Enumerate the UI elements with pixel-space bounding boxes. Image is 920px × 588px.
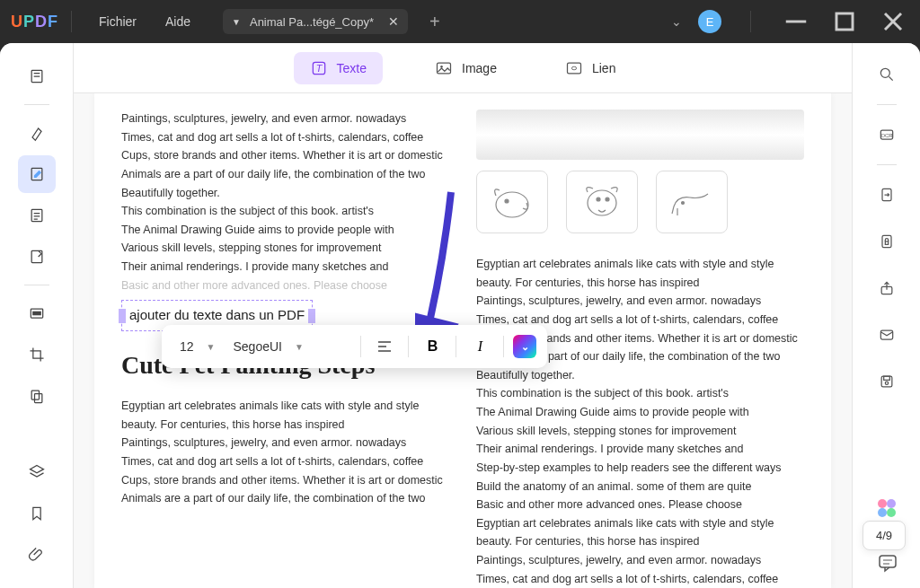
protect-icon[interactable] — [870, 224, 904, 259]
attachment-icon[interactable] — [18, 536, 56, 574]
image-mode-button[interactable]: Image — [419, 52, 513, 84]
svg-rect-14 — [32, 312, 40, 314]
svg-line-32 — [889, 77, 892, 81]
svg-point-23 — [505, 199, 509, 203]
email-icon[interactable] — [870, 318, 904, 352]
svg-point-25 — [597, 197, 600, 201]
share-icon[interactable] — [870, 271, 904, 305]
svg-rect-21 — [567, 63, 580, 74]
edit-text-tool-icon[interactable] — [18, 155, 56, 193]
document-tab[interactable]: ▼ Animal Pa...tégé_Copy* ✕ — [223, 9, 408, 34]
tab-title: Animal Pa...tégé_Copy* — [250, 15, 374, 29]
chevron-down-icon: ▼ — [295, 342, 304, 352]
redact-tool-icon[interactable] — [18, 294, 56, 332]
menu-help[interactable]: Aide — [151, 9, 205, 34]
svg-point-22 — [496, 192, 528, 217]
text-icon: T — [310, 59, 328, 77]
tab-dropdown-icon[interactable]: ▼ — [232, 17, 241, 27]
svg-text:T: T — [315, 63, 323, 74]
svg-point-42 — [885, 382, 888, 384]
layers-icon[interactable] — [18, 453, 56, 491]
svg-point-31 — [880, 68, 889, 77]
svg-rect-19 — [438, 63, 451, 74]
svg-point-46 — [887, 508, 896, 517]
brand-flower-icon[interactable] — [875, 496, 898, 520]
svg-rect-47 — [880, 556, 896, 567]
svg-point-26 — [606, 197, 609, 201]
image-icon — [435, 59, 453, 77]
app-logo: UPDF — [11, 13, 58, 31]
sketch-row — [476, 171, 804, 233]
dog-sketch-1 — [476, 171, 548, 233]
chevron-down-icon: ▼ — [207, 342, 216, 352]
svg-point-43 — [878, 499, 887, 508]
text-format-toolbar: 12▼ SegoeUI▼ B I — [162, 325, 547, 368]
tab-close-icon[interactable]: ✕ — [388, 14, 399, 29]
bookmark-icon[interactable] — [18, 495, 56, 532]
titlebar: UPDF Fichier Aide ▼ Animal Pa...tégé_Cop… — [0, 0, 920, 43]
edit-topbar: T Texte Image Lien — [74, 43, 852, 93]
minimize-button[interactable] — [780, 8, 812, 35]
chevron-down-icon[interactable]: ⌄ — [671, 14, 682, 29]
page-indicator[interactable]: 4/9 — [862, 521, 906, 550]
crop-tool-icon[interactable] — [18, 336, 56, 373]
dog-sketch-3 — [656, 171, 728, 233]
convert-icon[interactable] — [870, 178, 904, 212]
ocr-icon[interactable]: OCR — [870, 118, 904, 152]
link-mode-button[interactable]: Lien — [549, 52, 632, 84]
svg-rect-15 — [31, 391, 39, 399]
italic-button[interactable]: I — [465, 332, 494, 361]
right-sidebar: OCR 4/9 — [852, 43, 920, 588]
close-button[interactable] — [877, 8, 909, 35]
search-icon[interactable] — [870, 57, 904, 92]
svg-rect-16 — [34, 394, 41, 403]
svg-point-44 — [887, 499, 896, 508]
svg-rect-37 — [885, 241, 888, 244]
page-tool-icon[interactable] — [18, 197, 56, 234]
save-icon[interactable] — [870, 364, 904, 399]
user-avatar[interactable]: E — [698, 10, 721, 33]
link-icon — [565, 59, 583, 77]
color-picker-button[interactable] — [513, 335, 536, 358]
highlight-tool-icon[interactable] — [18, 114, 56, 152]
text-mode-button[interactable]: T Texte — [294, 52, 383, 84]
copy-tool-icon[interactable] — [18, 377, 56, 415]
svg-rect-39 — [880, 330, 892, 339]
left-sidebar — [0, 43, 74, 588]
comment-icon[interactable] — [877, 552, 898, 574]
align-button[interactable] — [370, 332, 399, 361]
maximize-button[interactable] — [828, 8, 861, 35]
svg-rect-1 — [836, 13, 853, 30]
font-size-select[interactable]: 12▼ — [172, 336, 222, 357]
svg-text:OCR: OCR — [880, 133, 892, 138]
svg-point-27 — [682, 202, 685, 205]
svg-point-45 — [878, 508, 887, 517]
font-family-select[interactable]: SegoeUI▼ — [226, 336, 351, 357]
bold-button[interactable]: B — [418, 332, 447, 361]
svg-rect-41 — [883, 376, 889, 380]
header-image — [476, 110, 804, 160]
dog-sketch-2 — [566, 171, 638, 233]
menu-file[interactable]: Fichier — [84, 9, 151, 34]
form-tool-icon[interactable] — [18, 238, 56, 276]
new-tab-button[interactable]: + — [429, 12, 440, 32]
reader-tool-icon[interactable] — [18, 57, 56, 95]
